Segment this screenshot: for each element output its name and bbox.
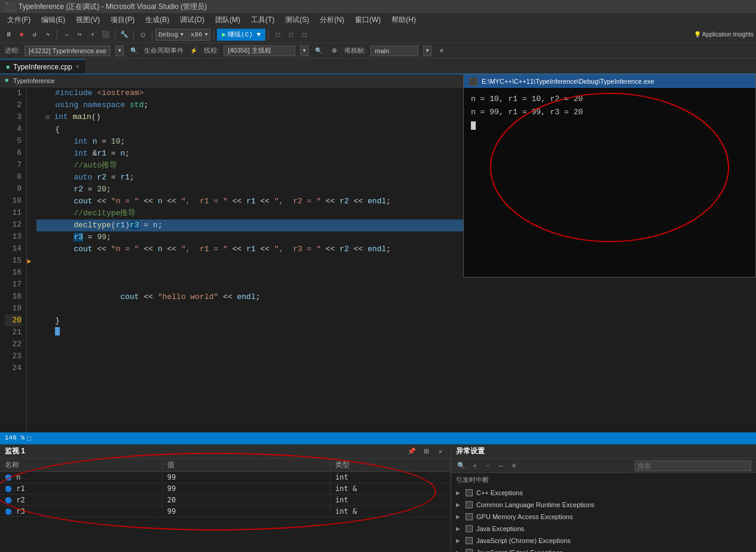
menu-test[interactable]: 测试(S): [280, 14, 314, 26]
exception-item[interactable]: ▶ C++ Exceptions: [451, 487, 756, 499]
menu-project[interactable]: 项目(P): [106, 14, 139, 26]
continue-button[interactable]: ▶ 继续(C) ▼: [217, 29, 265, 41]
menu-build[interactable]: 生成(B): [140, 14, 174, 26]
vs-icon: ⬛: [5, 2, 15, 11]
menu-file[interactable]: 文件(F): [2, 14, 35, 26]
menu-debug[interactable]: 调试(D): [175, 14, 209, 26]
event-filter-icon[interactable]: 🔍: [128, 45, 139, 56]
exception-item[interactable]: ▶ Java Exceptions: [451, 523, 756, 535]
stack-dropdown-btn[interactable]: ▼: [423, 45, 431, 56]
debug-mode-dropdown[interactable]: Debug ▼: [155, 29, 186, 41]
exception-label: Common Language Runtime Exceptions: [476, 501, 595, 508]
menu-view[interactable]: 视图(V): [71, 14, 105, 26]
stack-icon[interactable]: ≡: [436, 45, 447, 56]
zoom-level: 146 %: [5, 434, 25, 441]
toolbar-btn2[interactable]: →: [60, 29, 72, 41]
exception-search-input[interactable]: [635, 460, 751, 471]
toolbar-btn7[interactable]: ◯: [137, 29, 149, 41]
close-panel-icon[interactable]: ×: [435, 446, 446, 457]
watch-value-cell: 99: [162, 506, 330, 517]
exception-list-icon[interactable]: ≡: [509, 460, 519, 471]
pin-icon[interactable]: 📌: [406, 446, 417, 457]
exception-title: 异常设置: [456, 446, 485, 456]
pause-btn[interactable]: ⏸: [2, 29, 14, 41]
watch-value-cell: 99: [162, 472, 330, 483]
tab-typeinference[interactable]: ■ TypeInference.cpp ×: [0, 59, 86, 74]
zoom-icon[interactable]: ⬚: [27, 434, 31, 442]
toolbar-btn4[interactable]: ⚡: [87, 29, 99, 41]
event-label: 生命周期事件: [144, 46, 183, 55]
title-text: TypeInference (正在调试) - Microsoft Visual …: [19, 2, 207, 12]
col-header-name: 名称: [0, 459, 162, 472]
exception-remove-icon[interactable]: －: [482, 460, 493, 471]
app-insights-label: Application Insights: [702, 31, 754, 38]
stack-dropdown[interactable]: main: [371, 45, 418, 56]
file-icon: ■: [5, 77, 8, 84]
thread-dropdown-btn[interactable]: ▼: [300, 45, 308, 56]
watch-title: 监视 1: [5, 446, 403, 456]
toolbar-diag2[interactable]: ⬚: [285, 29, 297, 41]
menu-team[interactable]: 团队(M): [210, 14, 245, 26]
toolbar-btn6[interactable]: 🔧: [118, 29, 130, 41]
col-header-value: 值: [162, 459, 330, 472]
exception-checkbox[interactable]: [466, 537, 473, 544]
menu-analyze[interactable]: 分析(N): [315, 14, 349, 26]
toolbar-diag3[interactable]: ⬚: [298, 29, 310, 41]
exception-label: C++ Exceptions: [476, 489, 523, 496]
exception-filter-icon[interactable]: 🔍: [456, 460, 467, 471]
exception-dash-icon[interactable]: —: [495, 460, 506, 471]
exception-checkbox[interactable]: [466, 501, 473, 508]
tab-close-icon[interactable]: ×: [76, 63, 79, 70]
stop-btn[interactable]: ■: [16, 29, 27, 41]
menu-help[interactable]: 帮助(H): [387, 14, 421, 26]
table-row: 🔵 r2 20 int: [0, 495, 451, 506]
watch-name-cell: 🔵 r1: [0, 483, 162, 495]
main-area: ■ TypeInference (全局范围) ▼ 12345 678910 11…: [0, 74, 756, 432]
table-row: 🔵 r3 99 int &: [0, 506, 451, 517]
event-icon[interactable]: ⚡: [188, 45, 199, 56]
exception-list: ▶ C++ Exceptions ▶ Common Language Runti…: [451, 487, 756, 552]
exception-checkbox[interactable]: [466, 525, 473, 532]
exception-item[interactable]: ▶ Common Language Runtime Exceptions: [451, 499, 756, 511]
exception-add-icon[interactable]: ＋: [469, 460, 480, 471]
fold-icon[interactable]: ⊟: [46, 114, 50, 121]
expand-arrow-icon: ▶: [456, 526, 462, 532]
dock-icon[interactable]: ⊞: [421, 446, 431, 457]
console-window: ⬛ E:\MYC++\C++11\TypeInference\Debug\Typ…: [463, 74, 756, 277]
menu-bar: 文件(F) 编辑(E) 视图(V) 项目(P) 生成(B) 调试(D) 团队(M…: [0, 13, 756, 26]
watch-type-cell: int &: [330, 506, 451, 517]
table-row: 🔵 n 99 int: [0, 472, 451, 483]
line-numbers: 12345 678910 1112131415 16171819 20 2122…: [0, 87, 27, 432]
expand-arrow-icon: ▶: [456, 514, 462, 520]
toolbar-sep2: [115, 30, 115, 39]
exception-item[interactable]: ▶ JavaScript (Chrome) Exceptions: [451, 535, 756, 547]
filter-icon[interactable]: 🔍: [313, 45, 324, 56]
toolbar-diag1[interactable]: ⬚: [272, 29, 284, 41]
menu-window[interactable]: 窗口(W): [350, 14, 385, 26]
toolbar-btn3[interactable]: ↪: [74, 29, 85, 41]
exception-checkbox[interactable]: [466, 489, 473, 496]
restart-btn[interactable]: ↺: [29, 29, 41, 41]
thread-dropdown[interactable]: [40356] 主线程: [224, 45, 295, 56]
process-dropdown-btn[interactable]: ▼: [115, 45, 124, 56]
toolbar-btn5[interactable]: ⬛: [100, 29, 112, 41]
platform-dropdown[interactable]: x86 ▼: [188, 29, 211, 41]
toolbar-sep3: [133, 30, 134, 39]
exception-label: Java Exceptions: [476, 525, 524, 532]
process-dropdown[interactable]: [43232] TypeInference.exe: [25, 45, 111, 56]
exception-item[interactable]: ▶ JavaScript (Edge) Exceptions: [451, 547, 756, 552]
watch-panel: 监视 1 📌 ⊞ × 名称 值 类型 🔵 n 99 int 🔵 r1 99: [0, 444, 451, 552]
exception-checkbox[interactable]: [466, 549, 473, 552]
chevron-down-icon2: ▼: [205, 32, 208, 37]
col-header-type: 类型: [330, 459, 451, 472]
menu-tools[interactable]: 工具(T): [246, 14, 279, 26]
exception-checkbox[interactable]: [466, 513, 473, 520]
thread-icon[interactable]: ⚙: [329, 45, 339, 56]
exception-item[interactable]: ▶ GPU Memory Access Exceptions: [451, 511, 756, 523]
watch-icon: 🔵: [5, 486, 12, 492]
watch-type-cell: int &: [330, 483, 451, 495]
step-over-btn[interactable]: ↷: [42, 29, 54, 41]
watch-icon: 🔵: [5, 508, 12, 515]
title-bar: ⬛ TypeInference (正在调试) - Microsoft Visua…: [0, 0, 756, 13]
menu-edit[interactable]: 编辑(E): [36, 14, 70, 26]
